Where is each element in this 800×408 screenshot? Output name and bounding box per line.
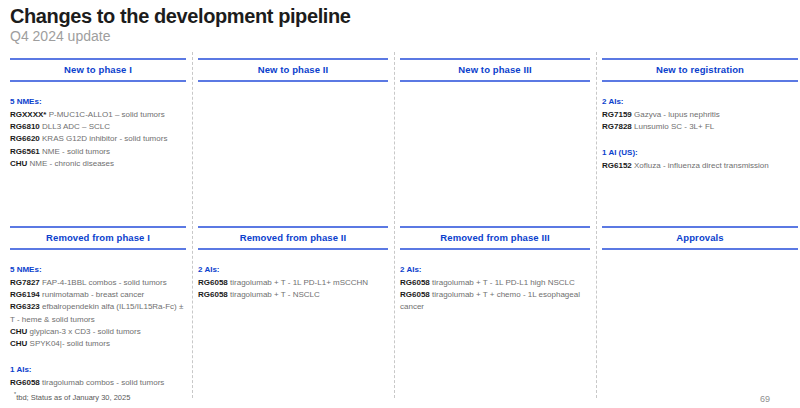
pipeline-entry: RGXXXX* P-MUC1C-ALLO1 – solid tumors	[10, 109, 186, 121]
cell-header-new-to-registration: New to registration	[602, 58, 798, 82]
entry-code: RG6058	[198, 278, 228, 287]
entry-code: RG7828	[602, 122, 632, 131]
pipeline-entry: RG6620 KRAS G12D inhibitor - solid tumor…	[10, 133, 186, 145]
cell-new-to-registration: New to registration2 AIs:RG7159 Gazyva -…	[602, 58, 798, 226]
pipeline-entry: RG6058 tiragolumab combos - solid tumors	[10, 377, 186, 389]
group-count-label: 1 AI (US):	[602, 147, 798, 159]
cell-body: 2 AIs:RG7159 Gazyva - lupus nephritisRG7…	[602, 82, 798, 171]
entry-code: RGXXXX*	[10, 110, 46, 119]
entry-code: RG6323	[10, 302, 40, 311]
entry-group: 1 AI (US):RG6152 Xofluza - influenza dir…	[602, 147, 798, 172]
cell-body	[400, 82, 590, 96]
group-count-label: 2 AIs:	[198, 264, 388, 276]
entry-group: 1 AIs:RG6058 tiragolumab combos - solid …	[10, 364, 186, 389]
entry-code: RG6152	[602, 161, 632, 170]
cell-new-to-phase-ii: New to phase II	[198, 58, 388, 226]
group-count-label: 1 AIs:	[10, 364, 186, 376]
pipeline-entry: RG6152 Xofluza - influenza direct transm…	[602, 160, 798, 172]
entry-group: 2 AIs:RG6058 tiragolumab + T - 1L PD-L1 …	[400, 264, 590, 313]
cell-body: 5 NMEs:RGXXXX* P-MUC1C-ALLO1 – solid tum…	[10, 82, 186, 170]
entry-code: CHU	[10, 327, 27, 336]
cell-body: 2 AIs:RG6058 tiragolumab + T - 1L PD-L1 …	[400, 250, 590, 313]
cell-approvals: Approvals	[602, 226, 798, 389]
pipeline-entry: RG6058 tiragolumab + T - NSCLC	[198, 289, 388, 301]
cell-header-new-to-phase-iii: New to phase III	[400, 58, 590, 82]
entry-code: RG7827	[10, 278, 40, 287]
footnote-text: tbd; Status as of January 30, 2025	[16, 392, 130, 401]
column-divider	[394, 52, 395, 398]
cell-new-to-phase-iii: New to phase III	[400, 58, 590, 226]
column-divider	[192, 52, 193, 398]
footnote: *tbd; Status as of January 30, 2025	[14, 391, 130, 402]
page-subtitle: Q4 2024 update	[10, 29, 800, 44]
cell-body	[198, 82, 388, 96]
pipeline-entry: RG6058 tiragolumab + T - 1L PD-L1+ mSCCH…	[198, 277, 388, 289]
entry-code: CHU	[10, 339, 27, 348]
entry-group: 2 AIs:RG7159 Gazyva - lupus nephritisRG7…	[602, 96, 798, 133]
pipeline-board: New to phase I5 NMEs:RGXXXX* P-MUC1C-ALL…	[10, 58, 790, 389]
group-count-label: 5 NMEs:	[10, 96, 186, 108]
pipeline-entry: RG7827 FAP-4-1BBL combos - solid tumors	[10, 277, 186, 289]
pipeline-entry: RG6058 tiragolumab + T - 1L PD-L1 high N…	[400, 277, 590, 289]
cell-header-new-to-phase-ii: New to phase II	[198, 58, 388, 82]
entry-group: 2 AIs:RG6058 tiragolumab + T - 1L PD-L1+…	[198, 264, 388, 301]
cell-header-new-to-phase-i: New to phase I	[10, 58, 186, 82]
cell-header-approvals: Approvals	[602, 226, 798, 250]
group-count-label: 2 AIs:	[400, 264, 590, 276]
cell-header-removed-from-phase-iii: Removed from phase III	[400, 226, 590, 250]
pipeline-entry: RG7159 Gazyva - lupus nephritis	[602, 109, 798, 121]
entry-group: 5 NMEs:RG7827 FAP-4-1BBL combos - solid …	[10, 264, 186, 350]
entry-code: RG6058	[198, 290, 228, 299]
cell-body: 5 NMEs:RG7827 FAP-4-1BBL combos - solid …	[10, 250, 186, 389]
entry-code: RG6058	[400, 278, 430, 287]
page-number: 69	[760, 394, 770, 404]
entry-code: RG6620	[10, 134, 40, 143]
cell-removed-from-phase-i: Removed from phase I5 NMEs:RG7827 FAP-4-…	[10, 226, 186, 389]
cell-removed-from-phase-iii: Removed from phase III2 AIs:RG6058 tirag…	[400, 226, 590, 389]
pipeline-entry: RG6058 tiragolumab + T + chemo - 1L esop…	[400, 289, 590, 314]
entry-code: RG6058	[400, 290, 430, 299]
entry-code: CHU	[10, 159, 27, 168]
cell-header-removed-from-phase-i: Removed from phase I	[10, 226, 186, 250]
cell-body	[602, 250, 798, 264]
pipeline-entry: RG7828 Lunsumio SC - 3L+ FL	[602, 121, 798, 133]
entry-code: RG6810	[10, 122, 40, 131]
pipeline-entry: CHU glypican-3 x CD3 - solid tumors	[10, 326, 186, 338]
entry-code: RG6194	[10, 290, 40, 299]
entry-group: 5 NMEs:RGXXXX* P-MUC1C-ALLO1 – solid tum…	[10, 96, 186, 170]
cell-body: 2 AIs:RG6058 tiragolumab + T - 1L PD-L1+…	[198, 250, 388, 301]
cell-new-to-phase-i: New to phase I5 NMEs:RGXXXX* P-MUC1C-ALL…	[10, 58, 186, 226]
entry-code: RG6058	[10, 378, 40, 387]
page-title: Changes to the development pipeline	[10, 5, 800, 27]
entry-code: RG6561	[10, 147, 40, 156]
pipeline-entry: RG6194 runimotamab - breast cancer	[10, 289, 186, 301]
pipeline-entry: RG6323 efbalropendekin alfa (IL15/IL15Ra…	[10, 301, 186, 326]
cell-header-removed-from-phase-ii: Removed from phase II	[198, 226, 388, 250]
pipeline-entry: RG6561 NME - solid tumors	[10, 146, 186, 158]
pipeline-entry: RG6810 DLL3 ADC – SCLC	[10, 121, 186, 133]
pipeline-entry: CHU SPYK04|- solid tumors	[10, 338, 186, 350]
cell-removed-from-phase-ii: Removed from phase II2 AIs:RG6058 tirago…	[198, 226, 388, 389]
group-count-label: 2 AIs:	[602, 96, 798, 108]
column-divider	[596, 52, 597, 398]
entry-code: RG7159	[602, 110, 632, 119]
group-count-label: 5 NMEs:	[10, 264, 186, 276]
pipeline-entry: CHU NME - chronic diseases	[10, 158, 186, 170]
